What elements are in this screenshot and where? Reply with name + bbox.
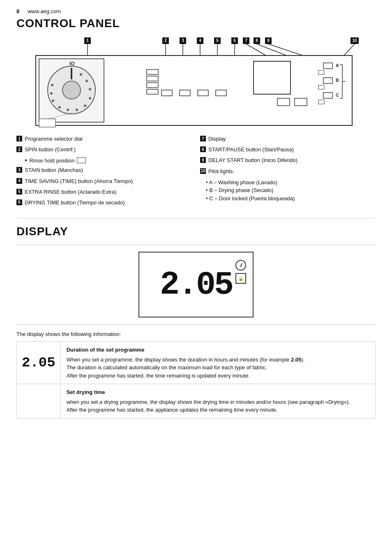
legend-item-10a: • A – Washing phase (Lavado) — [206, 178, 376, 187]
svg-line-29 — [344, 44, 355, 56]
display-screen: 2.05 i⃗ 🔒 — [138, 252, 254, 317]
drying-line-1: when you set a drying programme, the dis… — [67, 398, 369, 406]
svg-text:IO: IO — [69, 61, 75, 67]
display-intro: The display shows the following informat… — [16, 331, 376, 337]
display-screen-container: 2.05 i⃗ 🔒 — [16, 252, 376, 317]
svg-text:1: 1 — [86, 38, 89, 43]
svg-point-36 — [50, 92, 53, 95]
svg-text:4: 4 — [199, 38, 201, 43]
duration-line-2: The duration is calculated automatically… — [67, 364, 369, 372]
section-divider-1 — [16, 218, 376, 218]
svg-rect-47 — [39, 119, 55, 127]
duration-time-cell: 2.05 — [17, 342, 61, 384]
legend-left: 1 Programme selector dial 2 SPIN button … — [16, 135, 192, 210]
info-icon: i⃗ — [235, 260, 246, 271]
legend-item-rinse-hold: • Rinse hold position — [25, 157, 192, 164]
legend-section: 1 Programme selector dial 2 SPIN button … — [16, 135, 376, 210]
svg-point-44 — [85, 80, 88, 82]
svg-rect-57 — [254, 61, 291, 94]
display-info-table: 2.05 Duration of the set programme When … — [16, 341, 376, 419]
svg-point-33 — [62, 81, 81, 99]
legend-item-9: 9 DELAY START button (Inicio Diferido) — [200, 157, 376, 164]
control-panel-title: CONTROL PANEL — [16, 17, 376, 30]
legend-item-10c: • C – Door locked (Puerta bloqueada) — [206, 195, 376, 203]
legend-item-8: 8 START/PAUSE button (Start/Pausa) — [200, 146, 376, 153]
svg-rect-51 — [147, 83, 158, 88]
svg-text:7: 7 — [245, 38, 247, 43]
section-divider-3 — [16, 324, 376, 324]
svg-text:5: 5 — [216, 38, 219, 43]
svg-point-37 — [52, 100, 54, 102]
svg-rect-34 — [71, 68, 72, 79]
display-icons: i⃗ 🔒 — [235, 260, 246, 284]
section-divider-2 — [16, 245, 376, 245]
rinse-hold-box — [77, 158, 86, 163]
svg-point-40 — [76, 109, 78, 111]
svg-rect-54 — [180, 90, 190, 96]
lock-icon: 🔒 — [235, 273, 246, 284]
svg-text:6: 6 — [233, 38, 236, 43]
duration-line-3: After the programme has started, the tim… — [67, 372, 369, 380]
svg-rect-50 — [147, 76, 158, 81]
control-panel-diagram: 1 2 3 4 5 6 7 8 9 10 — [23, 37, 369, 131]
svg-rect-53 — [161, 90, 172, 96]
svg-rect-61 — [323, 78, 332, 83]
drying-desc-cell: Set drying time when you set a drying pr… — [60, 384, 375, 419]
svg-rect-59 — [295, 98, 307, 106]
svg-text:3: 3 — [182, 38, 184, 43]
svg-rect-63 — [318, 70, 324, 74]
svg-rect-62 — [323, 93, 332, 98]
legend-item-1: 1 Programme selector dial — [16, 135, 192, 143]
svg-point-38 — [58, 106, 61, 109]
svg-text:10: 10 — [352, 38, 357, 43]
legend-item-5: 5 EXTRA RINSE button (Aclarado Extra) — [16, 188, 192, 196]
svg-line-23 — [257, 44, 286, 56]
svg-rect-55 — [198, 90, 208, 96]
legend-item-10b: • B – Drying phase (Secado) — [206, 186, 376, 195]
drying-title: Set drying time — [67, 388, 369, 396]
svg-text:8: 8 — [256, 38, 258, 43]
display-value: 2.05 — [160, 266, 232, 303]
svg-text:2: 2 — [164, 38, 167, 43]
svg-rect-64 — [318, 85, 324, 89]
table-row-duration: 2.05 Duration of the set programme When … — [17, 342, 376, 384]
legend-item-10: 10 Pilot lights: — [200, 168, 376, 175]
website-url: www.aeg.com — [28, 8, 61, 14]
svg-rect-60 — [323, 63, 332, 69]
duration-desc-cell: Duration of the set programme When you s… — [60, 342, 375, 384]
legend-item-4: 4 TIME SAVING (TIME) button (Ahorra Tiem… — [16, 178, 192, 185]
svg-point-42 — [89, 97, 91, 100]
svg-point-43 — [89, 88, 91, 90]
svg-rect-58 — [277, 98, 290, 106]
duration-title: Duration of the set programme — [67, 346, 369, 354]
svg-point-39 — [67, 109, 69, 111]
svg-rect-49 — [147, 70, 158, 74]
svg-line-20 — [246, 44, 266, 56]
table-row-drying: Set drying time when you set a drying pr… — [17, 384, 376, 419]
svg-line-26 — [268, 44, 303, 56]
svg-text:A: A — [336, 63, 339, 68]
duration-line-1: When you set a programme, the display sh… — [67, 356, 369, 364]
drying-time-cell — [17, 384, 61, 419]
legend-right: 7 Display 8 START/PAUSE button (Start/Pa… — [200, 135, 376, 210]
svg-rect-65 — [318, 100, 324, 104]
legend-item-7: 7 Display — [200, 135, 376, 143]
svg-text:9: 9 — [267, 38, 270, 43]
display-title: DISPLAY — [16, 225, 376, 238]
svg-rect-56 — [216, 90, 226, 96]
svg-text:C: C — [336, 93, 339, 97]
page-number: 8 — [16, 8, 19, 14]
drying-line-2: After the programme has started, the app… — [67, 406, 369, 414]
svg-point-41 — [84, 104, 86, 107]
legend-item-2: 2 SPIN button (Centrif.) — [16, 146, 192, 153]
svg-rect-52 — [147, 89, 158, 94]
svg-text:B: B — [336, 78, 339, 83]
svg-point-35 — [51, 84, 53, 86]
svg-point-45 — [80, 73, 82, 76]
legend-item-3: 3 STAIN button (Manchas) — [16, 167, 192, 174]
legend-item-6: 6 DRYING TIME button (Tiempo de secado) — [16, 199, 192, 206]
